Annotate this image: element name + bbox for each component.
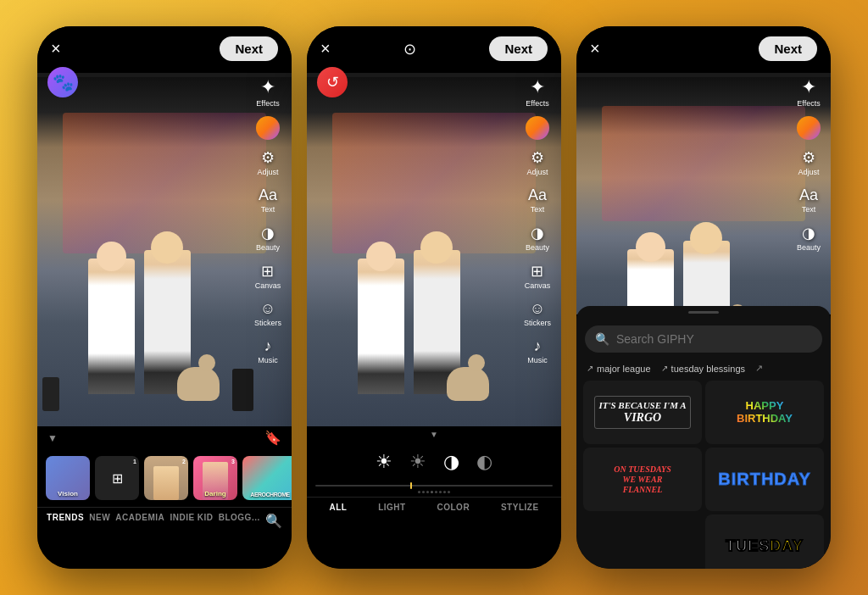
effects-label-2: Effects [526, 99, 548, 108]
text-tool-3[interactable]: Aa Text [796, 183, 821, 217]
search-icon-3: 🔍 [595, 332, 609, 346]
stickers-label-2: Stickers [524, 319, 551, 327]
filters-color-btn-3[interactable] [797, 116, 821, 140]
filters-color-btn-1[interactable] [256, 116, 280, 140]
music-tool-1[interactable]: ♪ Music [254, 334, 281, 368]
canvas-tool-1[interactable]: ⊞ Canvas [252, 259, 285, 293]
effects-tool-3[interactable]: ✦ Effects [793, 73, 823, 111]
trending-icon-2: ↗ [661, 364, 668, 373]
text-tool-1[interactable]: Aa Text [255, 183, 281, 217]
tab-stylize[interactable]: STYLIZE [501, 503, 539, 512]
filter-adjust-btn[interactable]: ⊞ 1 [95, 456, 139, 500]
canvas-label-1: Canvas [255, 281, 281, 290]
adjust-tool-1[interactable]: ⚙ Adjust [253, 145, 281, 180]
text-label-1: Text [261, 205, 275, 214]
text-icon-2: Aa [528, 186, 547, 204]
close-button-2[interactable]: × [320, 39, 331, 58]
filter-daring[interactable]: Daring 3 [193, 456, 237, 500]
tab-all[interactable]: ALL [329, 503, 347, 512]
filter-vision[interactable]: Vision [46, 456, 90, 500]
text-tool-2[interactable]: Aa Text [525, 183, 550, 217]
active-filter-badge-2[interactable]: ↺ [317, 67, 348, 97]
brightness-low-icon[interactable]: ☀ [409, 451, 426, 473]
effects-icon-1: ✦ [260, 76, 275, 98]
effects-label-1: Effects [256, 99, 279, 108]
music-icon-2: ♪ [533, 337, 541, 355]
adjustment-controls: ☀ ☀ ◑ ◐ [307, 442, 561, 481]
beauty-icon-1: ◑ [261, 224, 275, 242]
header-1: × Next [37, 26, 292, 71]
stickers-tool-1[interactable]: ☺ Stickers [251, 297, 285, 331]
tab-trends[interactable]: TRENDS [47, 513, 84, 529]
effects-tool-2[interactable]: ✦ Effects [522, 73, 552, 111]
header-3: × Next [576, 26, 831, 71]
search-input-3[interactable] [616, 332, 812, 346]
adjust-label-3: Adjust [798, 168, 819, 176]
beauty-tool-1[interactable]: ◑ Beauty [253, 220, 283, 255]
more-trends[interactable]: ↗ [755, 363, 763, 374]
giphy-search-bar: 🔍 [585, 325, 822, 353]
adjust-icon-2: ⚙ [531, 148, 544, 167]
effects-label-3: Effects [797, 99, 820, 108]
close-button-1[interactable]: × [51, 39, 61, 58]
header-2: × ⊙ Next [307, 26, 561, 71]
tab-academia[interactable]: ACADEMIA [115, 513, 164, 529]
trending-icon-1: ↗ [587, 364, 593, 373]
active-filter-badge-1[interactable]: 🐾 [47, 67, 78, 97]
trend-major-league[interactable]: ↗ major league [587, 364, 651, 374]
beauty-tool-3[interactable]: ◑ Beauty [793, 220, 824, 255]
sticker-birthday-blue[interactable]: BIRTHDAY [705, 448, 824, 511]
music-label-1: Music [258, 356, 278, 364]
stickers-tool-2[interactable]: ☺ Stickers [520, 297, 554, 331]
tab-indie[interactable]: INDIE KID [170, 513, 213, 529]
next-button-1[interactable]: Next [220, 36, 278, 61]
filter-tabs-1: TRENDS NEW ACADEMIA INDIE KID BLOGG... 🔍 [37, 507, 292, 534]
music-tool-2[interactable]: ♪ Music [524, 334, 551, 368]
filter-aerochrome[interactable]: AEROCHROME [242, 456, 292, 500]
close-button-3[interactable]: × [590, 39, 600, 58]
canvas-icon-2: ⊞ [531, 262, 543, 281]
adjust-tool-2[interactable]: ⚙ Adjust [523, 145, 551, 180]
tab-new[interactable]: NEW [89, 513, 110, 529]
filter-2[interactable]: 2 [144, 456, 188, 500]
beauty-tool-2[interactable]: ◑ Beauty [522, 220, 553, 255]
canvas-tool-2[interactable]: ⊞ Canvas [521, 259, 554, 293]
contrast-icon[interactable]: ◑ [443, 451, 459, 473]
giphy-panel: 🔍 ↗ major league ↗ tuesday blessings ↗ [576, 306, 831, 569]
stickers-icon-1: ☺ [260, 300, 275, 318]
music-label-2: Music [527, 356, 548, 364]
adjust-tool-3[interactable]: ⚙ Adjust [794, 145, 822, 180]
stickers-label-1: Stickers [254, 319, 281, 327]
trend-tuesday-blessings[interactable]: ↗ tuesday blessings [661, 364, 745, 374]
brightness-icon[interactable]: ☀ [376, 451, 392, 473]
search-icon-filters-1[interactable]: 🔍 [265, 513, 282, 529]
sticker-virgo[interactable]: IT'S BECAUSE I'M AVIRGO [583, 381, 702, 444]
sticker-happy-birthday[interactable]: HAPPYBIRTHDAY [705, 381, 824, 444]
tab-blogg[interactable]: BLOGG... [219, 513, 260, 529]
effects-tool-1[interactable]: ✦ Effects [253, 73, 282, 111]
next-button-2[interactable]: Next [489, 36, 548, 61]
sticker-tuesday-outline[interactable]: TUESDAY [705, 514, 824, 569]
stickers-icon-2: ☺ [530, 300, 545, 318]
text-label-2: Text [531, 205, 545, 214]
beauty-label-1: Beauty [256, 243, 280, 252]
tone-icon[interactable]: ◐ [476, 451, 492, 473]
bookmark-icon-1[interactable]: 🔖 [264, 430, 281, 446]
phone-2: × ⊙ Next ↺ ✦ Effects ⚙ Adjust Aa Text [307, 26, 561, 569]
tab-color[interactable]: COLOR [437, 503, 470, 512]
filters-color-btn-2[interactable] [526, 116, 549, 140]
beauty-label-3: Beauty [797, 243, 821, 252]
next-button-3[interactable]: Next [759, 36, 817, 61]
effects-icon-2: ✦ [530, 76, 545, 98]
sticker-tuesdays-flannel[interactable]: ON TUESDAYSWE WEARFLANNEL [583, 448, 702, 511]
filter-strip-1: Vision ⊞ 1 2 Daring 3 [37, 449, 292, 507]
bottom-section-2: ▼ ☀ ☀ ◑ ◐ [307, 426, 561, 569]
right-toolbar-2: ✦ Effects ⚙ Adjust Aa Text ◑ Beauty ⊞ Ca… [520, 73, 554, 368]
trending-row: ↗ major league ↗ tuesday blessings ↗ [576, 359, 831, 381]
phone-1: × Next 🐾 ✦ Effects ⚙ Adjust Aa Text ◑ [37, 26, 292, 569]
tab-light[interactable]: LIGHT [378, 503, 406, 512]
center-icon-2: ⊙ [403, 40, 416, 58]
timeline-scrubber[interactable] [307, 481, 561, 497]
adjust-label-2: Adjust [526, 168, 548, 176]
filter-tabs-2: ALL LIGHT COLOR STYLIZE [307, 497, 561, 517]
